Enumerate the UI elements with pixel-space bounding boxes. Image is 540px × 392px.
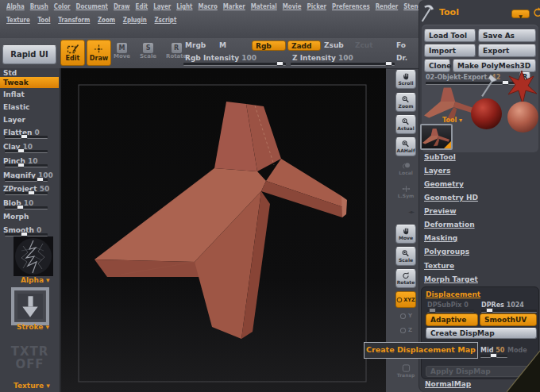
section-normalmap[interactable]: NormalMap [425,380,471,388]
pinch-knob[interactable] [17,163,25,167]
save-as-button[interactable]: Save As [478,29,536,42]
section-subtool[interactable]: SubTool [424,153,456,161]
shelf-divider-arrows[interactable]: ◄► [408,209,414,214]
section-texture[interactable]: Texture [424,262,454,270]
rotate-tool-button[interactable]: R Rotate [166,43,187,60]
rgb-intensity-slider[interactable] [183,63,286,66]
load-tool-button[interactable]: Load Tool [424,29,476,42]
edit-button[interactable]: Edit [60,40,85,66]
clay-knob[interactable] [17,148,25,153]
zcut-toggle[interactable]: Zcut [355,41,373,49]
scale-canvas-button[interactable]: Scale [395,247,416,266]
rotate-canvas-button[interactable]: Rotate [395,269,416,288]
magnify-slider[interactable] [5,179,48,182]
menu-material[interactable]: Material [251,3,277,10]
blob-knob[interactable] [17,205,24,209]
document-canvas[interactable] [60,68,386,392]
brush-elastic[interactable]: Elastic [3,103,29,111]
menu-edit[interactable]: Edit [136,3,148,10]
palette-collapse-button[interactable]: ▼ [511,10,530,18]
adaptive-toggle[interactable]: Adaptive [426,313,478,326]
menu-macro[interactable]: Macro [199,3,218,10]
dark-sphere-tool-thumbnail[interactable] [470,98,503,130]
menu-render[interactable]: Render [376,3,399,10]
selected-tool-slot[interactable] [420,124,453,150]
mrgb-toggle[interactable]: Mrgb [185,41,206,49]
star-tool-thumbnail[interactable] [505,70,538,105]
section-displacement[interactable]: Displacement [426,290,480,298]
menu-layer[interactable]: Layer [153,3,171,10]
menu-light[interactable]: Light [176,3,192,10]
scale-tool-button[interactable]: S Scale [140,43,156,60]
dpres-knob[interactable] [486,308,493,313]
move-canvas-button[interactable]: Move [395,225,416,244]
clay-slider[interactable] [5,150,48,153]
flatten-slider[interactable] [5,136,48,139]
menu-movie[interactable]: Movie [283,3,302,10]
import-button[interactable]: Import [424,44,476,57]
menu-texture[interactable]: Texture [6,17,30,24]
zproject-slider[interactable] [5,192,48,195]
menu-zplugin[interactable]: Zplugin [123,17,147,24]
xyz-button[interactable]: XYZ [395,291,416,308]
local-button[interactable]: Local [395,161,416,176]
rgb-intensity-knob[interactable] [276,61,284,66]
salmon-sphere-tool-thumbnail[interactable] [507,101,539,133]
menu-document[interactable]: Document [76,3,108,10]
texture-selector-label[interactable]: Texture ▾ [14,382,50,390]
lsym-button[interactable]: L.Sym [395,184,416,199]
draw-button[interactable]: Draw [87,40,111,66]
menu-color[interactable]: Color [54,3,71,10]
section-geometry-hd[interactable]: Geometry HD [424,194,478,202]
zsub-toggle[interactable]: Zsub [324,41,344,49]
flatten-knob[interactable] [21,134,28,139]
menu-tool[interactable]: Tool [37,17,50,24]
menu-alpha[interactable]: Alpha [6,3,25,10]
y-axis-button[interactable]: Y [395,313,416,320]
menu-picker[interactable]: Picker [307,3,326,10]
zoom-button[interactable]: Zoom [395,93,416,112]
menu-zoom[interactable]: Zoom [98,17,115,24]
menu-preferences[interactable]: Preferences [332,3,370,10]
rgb-toggle[interactable]: Rgb [252,40,286,51]
smoothuv-toggle[interactable]: SmoothUV [480,313,537,326]
zproject-knob[interactable] [28,190,35,195]
draw-size-label[interactable]: Dr. [396,54,407,62]
export-button[interactable]: Export [478,44,536,57]
palette-pin-icon[interactable] [532,6,540,19]
z-intensity-slider[interactable] [291,63,395,66]
section-masking[interactable]: Masking [424,234,457,242]
scroll-button[interactable]: Scroll [395,70,416,89]
clone-button[interactable]: Clone [424,60,450,72]
section-geometry[interactable]: Geometry [424,180,464,188]
z-axis-button[interactable]: Z [395,327,416,334]
mid-slider[interactable] [480,355,507,358]
menu-transform[interactable]: Transform [58,17,90,24]
pinch-slider[interactable] [5,164,48,167]
transp-button[interactable]: Transp [395,363,416,379]
m-toggle[interactable]: M [219,41,226,49]
alpha-selector-label[interactable]: Alpha ▾ [21,276,50,284]
alpha-thumbnail[interactable] [14,236,53,276]
rapid-ui-button[interactable]: Rapid UI [2,45,56,64]
move-tool-button[interactable]: M Move [114,43,130,60]
model-3d-tetrapod[interactable] [61,68,386,392]
brush-layer[interactable]: Layer [3,116,25,124]
stroke-selector-label[interactable]: Stroke ▾ [17,323,49,331]
section-preview[interactable]: Preview [424,207,457,215]
brush-std[interactable]: Std [3,69,17,77]
magnify-knob[interactable] [37,177,44,182]
section-morph-target[interactable]: Morph Target [424,275,478,283]
section-deformation[interactable]: Deformation [424,221,475,229]
dpres-slider[interactable] [481,309,537,313]
stroke-thumbnail[interactable] [11,287,49,325]
z-intensity-knob[interactable] [385,61,392,66]
focal-shift-label[interactable]: Fo [396,41,406,49]
section-polygroups[interactable]: Polygroups [424,248,469,256]
menu-zscript[interactable]: Zscript [155,17,177,24]
texture-off-thumbnail[interactable]: TXTR OFF [0,345,60,371]
aahalf-button[interactable]: AAHalf [395,137,416,156]
menu-draw[interactable]: Draw [114,3,130,10]
brush-tweak-selected[interactable]: Tweak [0,77,59,88]
axe-tool-thumbnail[interactable] [478,73,500,98]
